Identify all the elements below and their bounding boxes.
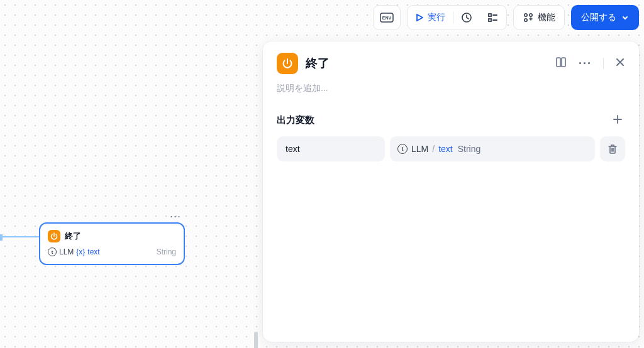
svg-point-6 [530, 14, 532, 16]
node-var-type: String [157, 247, 176, 256]
more-button[interactable]: ··· [579, 57, 592, 70]
svg-point-7 [525, 19, 527, 21]
run-label: 実行 [428, 12, 445, 23]
steps-button[interactable] [480, 6, 506, 30]
svg-rect-4 [489, 19, 491, 21]
steps-icon [487, 12, 499, 23]
trash-icon [607, 143, 618, 155]
source-node-icon: t [48, 247, 57, 256]
history-button[interactable] [453, 6, 480, 30]
play-icon [415, 13, 424, 22]
panel-header: 終了 ··· [277, 53, 625, 74]
run-button-group: 実行 [407, 5, 507, 30]
env-icon: ENV [380, 13, 394, 23]
variable-name-input[interactable]: text [277, 136, 385, 161]
description-input[interactable]: 説明を追加... [277, 83, 625, 94]
chevron-down-icon [621, 14, 629, 21]
variable-source-type: String [458, 144, 481, 154]
top-toolbar: ENV 実行 機能 公開する [373, 5, 639, 30]
variable-row: text t LLM / text String [277, 136, 625, 161]
panel-divider [603, 58, 604, 69]
node-var-field: text [87, 247, 99, 256]
features-label: 機能 [538, 12, 555, 23]
book-icon [555, 56, 567, 68]
var-braces-icon: {x} [76, 247, 85, 256]
features-icon [523, 12, 534, 23]
close-icon [615, 57, 625, 67]
node-connector [1, 236, 39, 237]
end-icon [48, 230, 60, 242]
svg-point-5 [525, 14, 527, 16]
panel-end-icon [277, 53, 298, 74]
node-header: 終了 [48, 230, 176, 242]
publish-label: 公開する [581, 12, 616, 23]
clock-icon [461, 12, 472, 23]
outputs-section-title: 出力変数 [277, 114, 314, 126]
variable-source-select[interactable]: t LLM / text String [390, 136, 595, 161]
add-variable-button[interactable] [610, 112, 625, 129]
node-var-source: LLM [59, 247, 74, 256]
node-title: 終了 [65, 231, 81, 242]
variable-source-node: LLM [411, 144, 428, 154]
end-node[interactable]: ··· 終了 t LLM {x} text String [39, 222, 185, 265]
source-node-icon: t [397, 144, 408, 154]
detail-panel: 終了 ··· 説明を追加... 出力変数 text t LLM / text S… [263, 41, 639, 342]
variable-source-field: text [438, 144, 453, 154]
scrollbar[interactable] [254, 332, 258, 348]
panel-title[interactable]: 終了 [306, 55, 547, 72]
svg-rect-3 [489, 14, 491, 16]
svg-text:ENV: ENV [382, 16, 392, 20]
features-button[interactable]: 機能 [513, 5, 565, 30]
plus-icon [613, 114, 623, 124]
publish-button[interactable]: 公開する [571, 5, 639, 30]
delete-variable-button[interactable] [600, 136, 625, 161]
env-button[interactable]: ENV [373, 5, 401, 30]
node-menu-button[interactable]: ··· [170, 210, 181, 223]
source-separator: / [432, 144, 435, 154]
close-button[interactable] [615, 57, 625, 70]
run-button[interactable]: 実行 [408, 6, 453, 30]
docs-button[interactable] [555, 56, 567, 71]
outputs-section-header: 出力変数 [277, 112, 625, 129]
node-variable-row: t LLM {x} text String [48, 247, 176, 256]
